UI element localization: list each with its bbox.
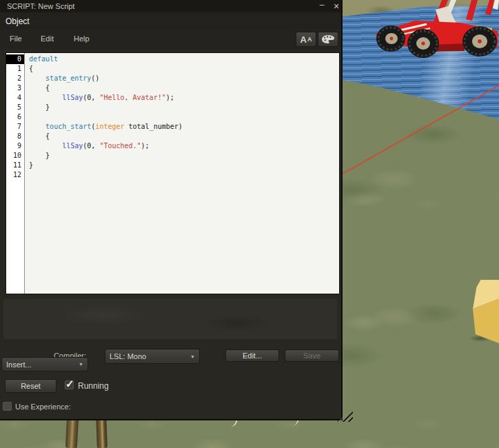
code-line: 11}: [6, 161, 339, 170]
window-titlebar[interactable]: SCRIPT: New Script – ✕: [0, 0, 341, 13]
code-line: 9 llSay(0, "Touched.");: [6, 141, 339, 151]
running-label: Running: [78, 381, 109, 391]
line-number: 4: [6, 93, 24, 103]
use-experience-label: Use Experience:: [15, 403, 71, 411]
close-button[interactable]: ✕: [331, 1, 342, 11]
line-number: 9: [6, 141, 24, 151]
line-number: 11: [6, 161, 24, 170]
running-checkbox[interactable]: ✓: [65, 380, 74, 389]
line-number: 6: [6, 112, 24, 122]
insert-dropdown-value: Insert...: [6, 360, 32, 369]
compiler-dropdown-value: LSL: Mono: [110, 352, 146, 360]
minimize-button[interactable]: –: [316, 1, 327, 10]
yellow-prim[interactable]: [473, 280, 499, 343]
script-editor-window: SCRIPT: New Script – ✕ Object File Edit …: [0, 0, 343, 420]
code-line: 8 {: [6, 132, 339, 141]
code-line: 12: [6, 170, 339, 180]
code-line: 2 state_entry(): [6, 74, 339, 83]
error-list-panel[interactable]: [3, 299, 337, 339]
chevron-down-icon: ▼: [79, 362, 83, 367]
line-number: 8: [6, 132, 24, 141]
selection-beam-line: [343, 85, 499, 174]
code-line: 4 llSay(0, "Hello, Avatar!");: [6, 93, 339, 103]
tab-object[interactable]: Object: [6, 17, 30, 26]
code-line: 3 {: [6, 83, 339, 93]
code-line: 10 }: [6, 151, 339, 161]
compiler-dropdown[interactable]: LSL: Mono ▼: [105, 349, 200, 364]
window-title: SCRIPT: New Script: [7, 2, 74, 10]
line-number: 0: [6, 54, 24, 64]
code-line: 1{: [6, 64, 339, 74]
line-number: 3: [6, 83, 24, 93]
palette-icon: [321, 34, 335, 44]
edit-button[interactable]: Edit...: [225, 349, 279, 362]
line-number: 5: [6, 103, 24, 112]
line-number: 7: [6, 122, 24, 132]
line-number: 2: [6, 74, 24, 83]
code-line: 6: [6, 112, 339, 122]
reset-button[interactable]: Reset: [5, 379, 57, 393]
use-experience-checkbox[interactable]: ✓: [3, 402, 12, 411]
menu-file[interactable]: File: [10, 34, 22, 43]
line-number: 10: [6, 151, 24, 161]
code-editor[interactable]: 0default1{2 state_entry()3 {4 llSay(0, "…: [6, 52, 340, 294]
tree-trunk: [65, 416, 79, 448]
menu-help[interactable]: Help: [74, 34, 90, 43]
line-number: 12: [6, 170, 24, 180]
font-size-icon: A: [301, 34, 307, 45]
menu-edit[interactable]: Edit: [41, 34, 54, 43]
code-line: 7 touch_start(integer total_number): [6, 122, 339, 132]
tab-bar: Object: [0, 12, 341, 29]
color-scheme-button[interactable]: [318, 32, 338, 47]
code-line: 5 }: [6, 103, 339, 112]
checkmark-icon: ✓: [65, 378, 74, 390]
font-size-icon-small: A: [307, 36, 312, 43]
insert-dropdown[interactable]: Insert... ▼: [1, 357, 88, 371]
chevron-down-icon: ▼: [190, 354, 195, 359]
code-line: 0default: [6, 54, 339, 64]
menu-bar: File Edit Help AA: [0, 29, 341, 50]
line-number: 1: [6, 64, 24, 74]
code-lines: 0default1{2 state_entry()3 {4 llSay(0, "…: [6, 54, 339, 180]
save-button[interactable]: Save: [285, 349, 339, 362]
font-size-button[interactable]: AA: [296, 32, 316, 47]
vehicle-buggy[interactable]: [375, 0, 499, 65]
